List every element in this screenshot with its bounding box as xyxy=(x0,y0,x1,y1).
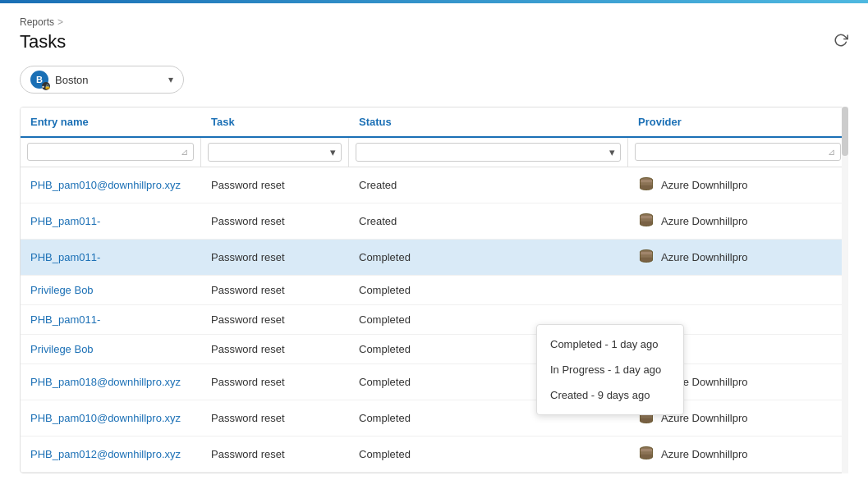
status-filter-wrap[interactable]: ▾ xyxy=(356,143,621,162)
page-header: Tasks xyxy=(20,31,848,53)
provider-name: Azure Downhillpro xyxy=(661,215,748,227)
entry-link[interactable]: PHB_pam010@downhillpro.xyz xyxy=(30,179,181,191)
entry-filter-wrap: ⊿ xyxy=(27,143,194,161)
task-cell: Password reset xyxy=(201,171,349,199)
table-header: Entry name Task Status Provider xyxy=(21,107,847,138)
entry-cell: PHB_pam011- xyxy=(21,207,201,235)
task-chevron-icon: ▾ xyxy=(330,146,336,158)
table-row[interactable]: PHB_pam011-Password resetCreated Azure D… xyxy=(21,203,847,240)
db-icon xyxy=(638,176,654,194)
entry-cell: PHB_pam018@downhillpro.xyz xyxy=(21,368,201,396)
provider-cell: Azure Downhillpro xyxy=(628,437,847,472)
table-row[interactable]: PHB_pam011-Password resetCompleted Azure… xyxy=(21,240,847,276)
status-cell: Created xyxy=(349,171,628,199)
provider-cell: Azure Downhillpro xyxy=(628,240,847,275)
provider-filter-icon: ⊿ xyxy=(828,147,835,158)
tasks-table: Entry name Task Status Provider ⊿ ▾ xyxy=(20,107,848,473)
status-cell: Completed xyxy=(349,440,628,469)
entry-link[interactable]: PHB_pam018@downhillpro.xyz xyxy=(30,376,181,388)
filter-provider-cell: ⊿ xyxy=(628,138,847,167)
page-title: Tasks xyxy=(20,31,66,53)
table-row[interactable]: PHB_pam010@downhillpro.xyzPassword reset… xyxy=(21,400,847,437)
entry-filter-input[interactable] xyxy=(33,146,181,158)
scrollbar-track[interactable] xyxy=(842,107,848,473)
task-filter-wrap[interactable]: ▾ xyxy=(208,143,342,162)
entry-link[interactable]: PHB_pam011- xyxy=(30,251,100,263)
entry-cell: PHB_pam011- xyxy=(21,243,201,272)
status-cell: Completed xyxy=(349,276,628,304)
task-cell: Password reset xyxy=(201,440,349,469)
filter-status-cell: ▾ xyxy=(349,138,628,167)
filter-row: ⊿ ▾ ▾ ⊿ xyxy=(21,138,847,167)
entry-cell: PHB_pam011- xyxy=(21,305,201,334)
table-wrapper: Entry name Task Status Provider ⊿ ▾ xyxy=(20,107,848,473)
provider-cell: Azure Downhillpro xyxy=(628,167,847,203)
status-cell: Created xyxy=(349,207,628,235)
entry-filter-icon: ⊿ xyxy=(181,147,188,158)
tooltip-item: In Progress - 1 day ago xyxy=(537,357,683,382)
filter-task-cell: ▾ xyxy=(201,138,349,167)
provider-filter-wrap: ⊿ xyxy=(635,143,841,161)
table-row[interactable]: PHB_pam012@downhillpro.xyzPassword reset… xyxy=(21,437,847,473)
col-entry-name: Entry name xyxy=(21,107,201,136)
avatar: B xyxy=(30,71,48,89)
task-cell: Password reset xyxy=(201,335,349,363)
col-task: Task xyxy=(201,107,349,136)
table-row[interactable]: Privilege BobPassword resetCompleted xyxy=(21,335,847,364)
db-icon xyxy=(638,445,654,464)
table-row[interactable]: PHB_pam018@downhillpro.xyzPassword reset… xyxy=(21,364,847,400)
filter-dropdown-left: B Boston xyxy=(30,71,88,89)
table-row[interactable]: PHB_pam010@downhillpro.xyzPassword reset… xyxy=(21,167,847,203)
breadcrumb-separator: > xyxy=(57,16,63,28)
task-cell: Password reset xyxy=(201,276,349,304)
task-cell: Password reset xyxy=(201,368,349,396)
avatar-badge xyxy=(42,82,50,90)
entry-link[interactable]: PHB_pam011- xyxy=(30,313,100,326)
db-icon xyxy=(638,212,654,231)
scrollbar-thumb[interactable] xyxy=(842,107,848,156)
task-cell: Password reset xyxy=(201,305,349,334)
entry-link[interactable]: PHB_pam011- xyxy=(30,215,100,227)
tooltip-item: Created - 9 days ago xyxy=(537,382,683,408)
status-cell: Completed xyxy=(349,243,628,272)
entry-cell: Privilege Bob xyxy=(21,276,201,304)
boston-filter-dropdown[interactable]: B Boston ▾ xyxy=(20,66,184,94)
status-tooltip-popup: Completed - 1 day agoIn Progress - 1 day… xyxy=(536,324,684,415)
col-status: Status xyxy=(349,107,628,136)
tooltip-item: Completed - 1 day ago xyxy=(537,331,683,357)
table-row[interactable]: PHB_pam011-Password resetCompleted xyxy=(21,305,847,335)
filter-entry-cell: ⊿ xyxy=(21,138,201,167)
task-cell: Password reset xyxy=(201,243,349,272)
provider-name: Azure Downhillpro xyxy=(661,251,748,263)
status-chevron-icon: ▾ xyxy=(609,146,615,158)
entry-link[interactable]: PHB_pam012@downhillpro.xyz xyxy=(30,448,181,460)
entry-cell: Privilege Bob xyxy=(21,335,201,363)
table-body: PHB_pam010@downhillpro.xyzPassword reset… xyxy=(21,167,847,473)
chevron-down-icon: ▾ xyxy=(168,74,173,85)
breadcrumb-parent[interactable]: Reports xyxy=(20,16,54,28)
entry-link[interactable]: Privilege Bob xyxy=(30,343,94,355)
task-cell: Password reset xyxy=(201,207,349,235)
provider-name: Azure Downhillpro xyxy=(661,179,748,191)
provider-cell xyxy=(628,282,847,299)
entry-link[interactable]: Privilege Bob xyxy=(30,284,94,296)
provider-filter-input[interactable] xyxy=(641,146,828,158)
provider-name: Azure Downhillpro xyxy=(661,448,748,460)
table-row[interactable]: Privilege BobPassword resetCompleted xyxy=(21,276,847,305)
breadcrumb: Reports > xyxy=(20,16,848,28)
db-icon xyxy=(638,248,654,267)
refresh-icon[interactable] xyxy=(834,33,848,51)
entry-cell: PHB_pam012@downhillpro.xyz xyxy=(21,440,201,469)
task-cell: Password reset xyxy=(201,404,349,432)
entry-cell: PHB_pam010@downhillpro.xyz xyxy=(21,404,201,432)
entry-link[interactable]: PHB_pam010@downhillpro.xyz xyxy=(30,412,181,424)
page-container: Reports > Tasks B Boston ▾ xyxy=(0,3,868,480)
entry-cell: PHB_pam010@downhillpro.xyz xyxy=(21,171,201,199)
filter-dropdown-label: Boston xyxy=(55,74,88,86)
provider-cell: Azure Downhillpro xyxy=(628,203,847,239)
col-provider: Provider xyxy=(628,107,847,136)
